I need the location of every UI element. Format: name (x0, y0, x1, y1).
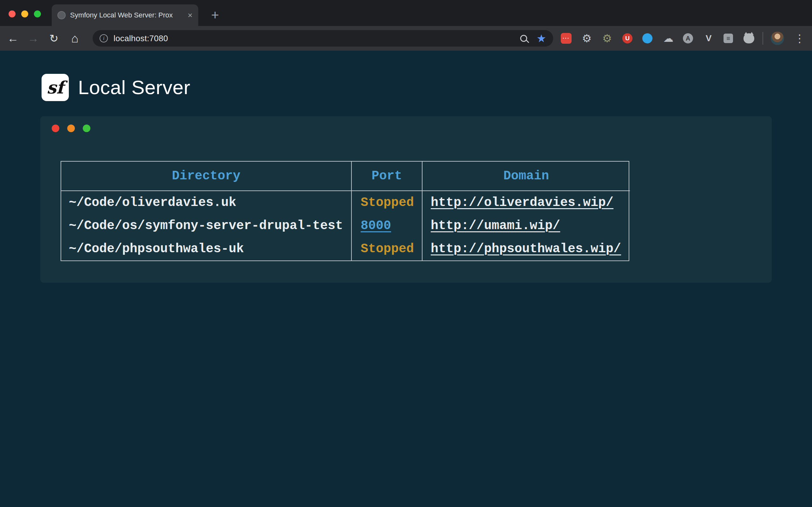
panel-dot-red-icon (52, 124, 59, 132)
table-row-port: 8000 (351, 214, 422, 237)
table-row-domain: http://phpsouthwales.wip/ (422, 237, 630, 261)
extension-blue-circle-icon[interactable] (641, 32, 654, 45)
domain-link[interactable]: http://umami.wip/ (431, 219, 560, 233)
column-header-domain: Domain (422, 162, 630, 191)
address-bar[interactable]: i localhost:7080 ★ (93, 30, 553, 47)
tab-close-icon[interactable]: × (188, 11, 193, 19)
extension-letter-a-glyph: A (683, 33, 693, 43)
profile-avatar[interactable] (771, 32, 784, 45)
page-title: Local Server (78, 74, 190, 101)
tab-title: Symfony Local Web Server: Prox (70, 11, 183, 19)
window-close-button[interactable] (9, 10, 15, 17)
port-link[interactable]: 8000 (361, 219, 391, 233)
column-header-port: Port (351, 162, 422, 191)
extension-gray-square-glyph: ≡ (723, 34, 733, 43)
browser-tab-active[interactable]: Symfony Local Web Server: Prox × (52, 4, 198, 26)
table-row-domain: http://oliverdavies.wip/ (422, 191, 630, 214)
table-row-port-status: Stopped (351, 237, 422, 261)
window-zoom-button[interactable] (34, 10, 41, 17)
browser-menu-icon[interactable]: ⋮ (792, 26, 808, 51)
table-row-directory: ~/Code/phpsouthwales-uk (61, 237, 351, 261)
extension-github-octocat-icon[interactable] (743, 32, 755, 45)
back-button[interactable]: ← (4, 26, 22, 51)
domain-link[interactable]: http://phpsouthwales.wip/ (431, 242, 621, 256)
extension-gear-dark-icon[interactable]: ⚙ (601, 32, 613, 45)
extension-blue-circle-glyph (642, 33, 653, 43)
servers-table: Directory Port Domain ~/Code/oliverdavie… (61, 161, 629, 261)
browser-toolbar: ← → ↻ ⌂ i localhost:7080 ★ ··· ⚙ ⚙ U ☁ A… (0, 26, 812, 51)
extension-red-dots-glyph: ··· (561, 33, 571, 44)
panel-dot-orange-icon (67, 124, 75, 132)
page-content: sf Local Server Directory Port Domain ~/… (0, 51, 812, 507)
reload-button[interactable]: ↻ (45, 26, 63, 51)
extension-gray-square-icon[interactable]: ≡ (722, 32, 734, 45)
toolbar-separator (763, 32, 763, 45)
new-tab-button[interactable]: + (206, 6, 224, 24)
table-row-directory: ~/Code/os/symfony-server-drupal-test (61, 214, 351, 237)
extension-letter-v-icon[interactable]: V (702, 32, 715, 45)
table-row-directory: ~/Code/oliverdavies.uk (61, 191, 351, 214)
extension-letter-a-icon[interactable]: A (681, 32, 694, 45)
site-info-icon[interactable]: i (100, 34, 108, 43)
browser-tab-strip: Symfony Local Web Server: Prox × + (0, 0, 812, 26)
url-text[interactable]: localhost:7080 (113, 34, 520, 43)
extension-red-dots-icon[interactable]: ··· (560, 32, 572, 45)
column-header-directory: Directory (61, 162, 351, 191)
octocat-shape (744, 33, 754, 43)
extension-cloud-icon[interactable]: ☁ (662, 32, 675, 45)
window-minimize-button[interactable] (21, 10, 28, 17)
domain-link[interactable]: http://oliverdavies.wip/ (431, 195, 613, 210)
zoom-icon[interactable] (520, 35, 527, 42)
panel-dot-green-icon (83, 124, 90, 132)
extension-gear-light-icon[interactable]: ⚙ (580, 32, 593, 45)
symfony-logo-text: sf (47, 77, 64, 98)
table-row-port-status: Stopped (351, 191, 422, 214)
table-row-domain: http://umami.wip/ (422, 214, 630, 237)
symfony-logo: sf (42, 74, 69, 101)
forward-button[interactable]: → (24, 26, 43, 51)
home-button[interactable]: ⌂ (66, 26, 84, 51)
bookmark-star-icon[interactable]: ★ (537, 33, 546, 44)
extension-ublock-icon[interactable]: U (621, 32, 634, 45)
server-panel: Directory Port Domain ~/Code/oliverdavie… (40, 116, 772, 283)
tab-favicon-globe-icon (57, 11, 66, 19)
extension-ublock-glyph: U (622, 33, 632, 43)
